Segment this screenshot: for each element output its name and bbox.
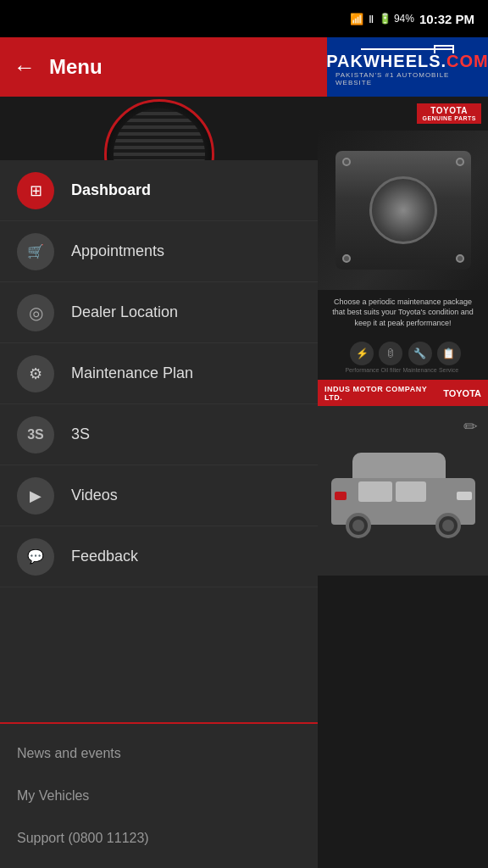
right-panel: TOYOTA GENUINE PARTS Choose a periodic m… [318,97,488,868]
ad-top: TOYOTA GENUINE PARTS Choose a periodic m… [318,97,488,406]
news-events-link[interactable]: News and events [0,732,318,775]
engine-core [369,176,437,244]
performance-label: Performance [345,367,379,373]
grille-circle [104,99,214,161]
side-menu: ⊞ Dashboard 🛒 Appointments ◎ Dealer Loca… [0,97,318,868]
pakwheels-logo[interactable]: PAKWHEELS.COM PAKISTAN'S #1 AUTOMOBILE W… [327,37,488,97]
my-vehicles-link[interactable]: My Vehicles [0,775,318,817]
sidebar-item-feedback-label: Feedback [71,548,138,565]
menu-items-list: ⊞ Dashboard 🛒 Appointments ◎ Dealer Loca… [0,160,318,722]
oil-icon-item: 🛢 Oil filter [379,342,402,373]
car-visual [327,440,480,542]
main-content: ⊞ Dashboard 🛒 Appointments ◎ Dealer Loca… [0,97,488,868]
maintenance-icon: 🔧 [408,342,432,365]
sidebar-item-maintenance-plan[interactable]: ⚙ Maintenance Plan [0,343,318,404]
maintenance-text-area: Choose a periodic maintenance packagetha… [318,290,488,336]
indus-bar: INDUS MOTOR COMPANY LTD. TOYOTA [318,380,488,406]
sidebar-item-dashboard[interactable]: ⊞ Dashboard [0,160,318,221]
3s-icon: 3S [17,416,54,453]
service-icon: 📋 [437,342,461,365]
dealer-location-icon: ◎ [17,294,54,331]
ad-bottom: ✏ [318,406,488,576]
battery-icon: 🔋 94% [379,13,414,25]
logo-text-sub: PAKISTAN'S #1 AUTOMOBILE WEBSITE [336,71,480,86]
dashboard-icon: ⊞ [17,172,54,209]
perf-icon-item: ⚡ Performance [345,342,379,373]
maintenance-description: Choose a periodic maintenance packagetha… [324,297,481,329]
oil-filter-icon: 🛢 [379,342,402,365]
status-time: 10:32 PM [419,12,474,26]
maintenance-label: Maintenance [402,367,436,373]
toyota-logo-white: TOYOTA [443,388,481,398]
sidebar-item-videos-label: Videos [71,487,118,504]
menu-top-image [0,97,318,160]
oil-filter-label: Oil filter [381,367,402,373]
status-bar: 📶 Ⅱ 🔋 94% 10:32 PM [0,0,488,37]
toyota-badge: TOYOTA GENUINE PARTS [318,97,488,131]
battery-percent: 94% [394,13,414,25]
signal-icon: Ⅱ [369,13,374,25]
grille-inner [114,108,205,161]
pencil-icon: ✏ [463,416,478,437]
menu-bottom: News and events My Vehicles Support (080… [0,722,318,868]
engine-image [318,131,488,290]
logo-text-main: PAKWHEELS.COM [326,53,488,70]
sidebar-item-appointments[interactable]: 🛒 Appointments [0,221,318,282]
car-wheel-left [346,513,371,538]
indus-text: INDUS MOTOR COMPANY LTD. [324,385,443,402]
car-wheel-right [435,513,461,538]
toyota-genuine-badge: TOYOTA GENUINE PARTS [417,103,481,124]
feedback-icon: 💬 [17,538,54,576]
header: ← Menu PAKWHEELS.COM PAKISTAN'S #1 AUTOM… [0,37,488,97]
sidebar-item-3s-label: 3S [71,426,90,443]
service-label: Service [439,367,458,373]
sidebar-item-dealer-location[interactable]: ◎ Dealer Location [0,282,318,343]
videos-icon: ▶ [17,477,54,515]
performance-icon: ⚡ [350,342,374,365]
sidebar-item-dealer-location-label: Dealer Location [71,303,178,321]
sidebar-item-maintenance-plan-label: Maintenance Plan [71,364,193,382]
logo-car-line [361,48,454,50]
maintenance-icons-row: ⚡ Performance 🛢 Oil filter 🔧 Maintenance… [341,335,463,380]
maintenance-plan-icon: ⚙ [17,355,54,392]
status-icons: 📶 Ⅱ 🔋 94% 10:32 PM [350,12,474,26]
service-icon-item: 📋 Service [437,342,461,373]
sidebar-item-videos[interactable]: ▶ Videos [0,465,318,526]
wifi-icon: 📶 [350,13,363,25]
maint-icon-item: 🔧 Maintenance [402,342,436,373]
back-button[interactable]: ← [14,54,36,81]
engine-visual [336,151,471,270]
sidebar-item-3s[interactable]: 3S 3S [0,404,318,465]
sidebar-item-dashboard-label: Dashboard [71,181,151,199]
appointments-icon: 🛒 [17,233,54,270]
support-link[interactable]: Support (0800 11123) [0,817,318,860]
sidebar-item-feedback[interactable]: 💬 Feedback [0,526,318,587]
sidebar-item-appointments-label: Appointments [71,242,164,260]
